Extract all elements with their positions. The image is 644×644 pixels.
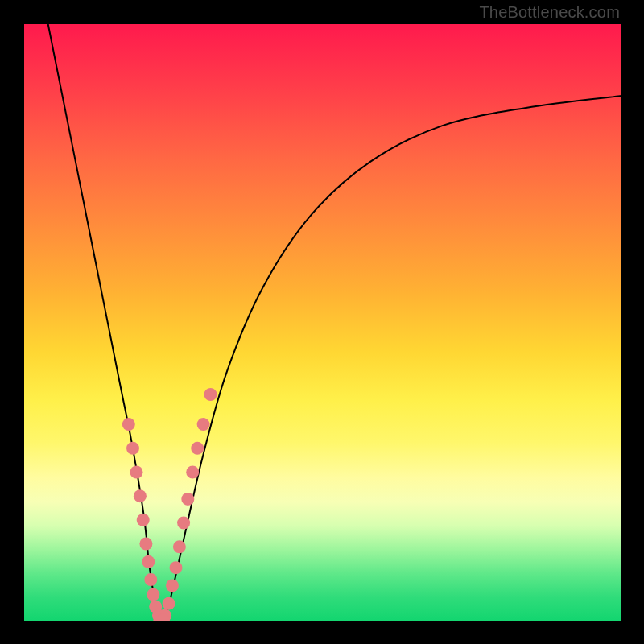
highlight-beads-group [122, 388, 217, 621]
highlight-bead [144, 573, 157, 586]
highlight-bead [170, 561, 183, 574]
bottleneck-curve [48, 24, 621, 621]
highlight-bead [173, 540, 186, 553]
highlight-bead [130, 466, 143, 479]
highlight-bead [163, 597, 175, 610]
highlight-bead [166, 580, 179, 592]
chart-frame: TheBottleneck.com [0, 0, 644, 644]
highlight-bead [204, 388, 217, 401]
chart-overlay-svg [24, 24, 621, 621]
highlight-bead [147, 588, 159, 601]
highlight-bead [177, 517, 190, 530]
highlight-bead [137, 514, 150, 526]
highlight-bead [181, 493, 194, 506]
highlight-bead [197, 418, 210, 431]
highlight-bead [126, 442, 139, 455]
highlight-bead [134, 489, 147, 502]
highlight-bead [139, 538, 152, 551]
attribution-watermark: TheBottleneck.com [479, 3, 620, 22]
highlight-bead [142, 555, 155, 568]
highlight-bead [191, 442, 204, 455]
highlight-bead [122, 418, 135, 431]
highlight-bead [186, 466, 199, 479]
